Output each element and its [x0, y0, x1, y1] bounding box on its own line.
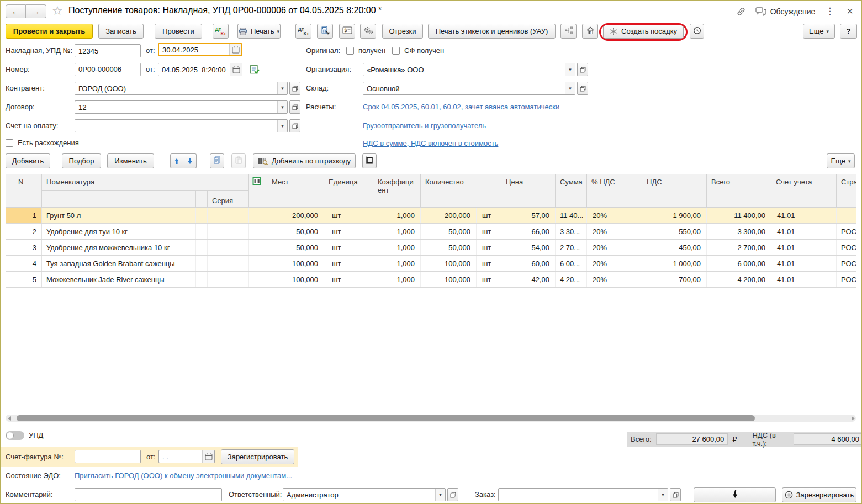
cell-country[interactable]: РОС	[837, 240, 856, 256]
cell-sum[interactable]: 11 40...	[556, 208, 587, 224]
table-row[interactable]: 3 Удобрение для можжевельника 10 кг 50,0…	[6, 240, 856, 256]
move-down-button[interactable]	[183, 153, 197, 168]
invoice-no-input[interactable]	[75, 44, 141, 57]
cell-unit[interactable]: шт	[324, 224, 373, 240]
contract-open-button[interactable]	[289, 100, 300, 114]
cell-nomenclature[interactable]: Можжевельник Jade River саженцы	[42, 272, 196, 288]
history-button[interactable]	[690, 24, 704, 39]
cell-barcode[interactable]	[249, 272, 267, 288]
cell-unit[interactable]: шт	[324, 272, 373, 288]
cell-country[interactable]: РОС	[837, 224, 856, 240]
cell-nomenclature[interactable]: Туя западная Golden Brabant саженцы	[42, 256, 196, 272]
cell-nomenclature[interactable]: Удобрение для туи 10 кг	[42, 224, 196, 240]
cell-qty-unit[interactable]: шт	[477, 256, 501, 272]
cell-vat[interactable]: 700,00	[642, 272, 707, 288]
cell-country[interactable]: РОС	[837, 256, 856, 272]
cell-price[interactable]: 66,00	[501, 224, 556, 240]
cell-coeff[interactable]: 1,000	[373, 208, 421, 224]
cell-n[interactable]: 1	[6, 208, 42, 224]
cell-unit[interactable]: шт	[324, 240, 373, 256]
dt-kt-report-button[interactable]: ДтКт	[295, 24, 311, 39]
cell-total[interactable]: 4 200,00	[707, 272, 771, 288]
settlements-link[interactable]: Срок 04.05.2025, 60.01, 60.02, зачет ава…	[363, 100, 559, 114]
cell-barcode[interactable]	[249, 208, 267, 224]
organization-combo[interactable]: «Ромашка» ООО ▾	[363, 63, 575, 76]
cell-vat-pct[interactable]: 20%	[587, 208, 642, 224]
fill-down-button[interactable]	[694, 487, 776, 502]
cell-total[interactable]: 3 300,00	[707, 224, 771, 240]
cell-n[interactable]: 4	[6, 256, 42, 272]
upd-toggle[interactable]	[6, 431, 24, 440]
edo-invite-link[interactable]: Пригласить ГОРОД (ООО) к обмену электрон…	[75, 469, 292, 482]
vat-mode-link[interactable]: НДС в сумме, НДС включен в стоимость	[363, 137, 498, 150]
cell-seria[interactable]	[208, 256, 249, 272]
chevron-down-icon[interactable]: ▾	[435, 489, 445, 501]
table-row[interactable]: 2 Удобрение для туи 10 кг 50,000 шт 1,00…	[6, 224, 856, 240]
has-discrepancies-checkbox[interactable]	[6, 139, 13, 147]
calendar-icon[interactable]	[202, 450, 214, 463]
chevron-down-icon[interactable]: ▾	[565, 82, 575, 94]
cell-sum[interactable]: 3 30...	[556, 224, 587, 240]
order-combo[interactable]: ▾	[498, 488, 668, 501]
cell-total[interactable]: 2 700,00	[707, 240, 771, 256]
structure-button[interactable]	[560, 24, 577, 39]
cell-qty[interactable]: 100,000	[421, 256, 477, 272]
cell-sum[interactable]: 6 00...	[556, 256, 587, 272]
print-labels-button[interactable]: Печать этикеток и ценников (УАУ)	[428, 24, 556, 39]
cell-barcode[interactable]	[249, 224, 267, 240]
segments-button[interactable]: Отрезки	[382, 24, 423, 39]
cell-account[interactable]: 41.01	[771, 240, 837, 256]
cell-vat[interactable]: 450,00	[642, 240, 707, 256]
sf-received-checkbox[interactable]	[392, 47, 400, 55]
responsible-open-button[interactable]	[447, 488, 458, 501]
counterparty-combo[interactable]: ГОРОД (ООО) ▾	[75, 82, 288, 95]
cell-price[interactable]: 57,00	[501, 208, 556, 224]
chevron-down-icon[interactable]: ▾	[277, 120, 287, 132]
order-open-button[interactable]	[670, 488, 681, 501]
cell-vat-pct[interactable]: 20%	[587, 256, 642, 272]
paste-rows-button[interactable]	[231, 153, 246, 168]
chevron-down-icon[interactable]: ▾	[277, 101, 287, 113]
cell-total[interactable]: 11 400,00	[707, 208, 771, 224]
cell-blank[interactable]	[196, 256, 208, 272]
number-field[interactable]: 0Р00-000006	[75, 63, 141, 76]
chevron-down-icon[interactable]: ▾	[277, 82, 287, 94]
cell-n[interactable]: 5	[6, 272, 42, 288]
chevron-down-icon[interactable]: ▾	[565, 63, 575, 76]
cell-blank[interactable]	[196, 208, 208, 224]
table-row[interactable]: 1 Грунт 50 л 200,000 шт 1,000 200,000 шт…	[6, 208, 856, 224]
cell-barcode[interactable]	[249, 240, 267, 256]
cell-country[interactable]	[837, 208, 856, 224]
grid-more-button[interactable]: Еще ▾	[827, 153, 855, 168]
discussion-button[interactable]: Обсуждение	[755, 6, 816, 17]
create-planting-button[interactable]: Создать посадку	[603, 24, 684, 39]
cell-mest[interactable]: 50,000	[267, 240, 324, 256]
cell-vat[interactable]: 1 000,00	[642, 256, 707, 272]
cell-mest[interactable]: 100,000	[267, 256, 324, 272]
more-button[interactable]: Еще ▾	[803, 24, 835, 39]
sf-date-field[interactable]: . .	[158, 450, 215, 463]
settings-gears-button[interactable]	[360, 24, 376, 39]
cell-coeff[interactable]: 1,000	[373, 272, 421, 288]
cell-qty-unit[interactable]: шт	[477, 240, 501, 256]
reserve-button[interactable]: Зарезервировать	[782, 487, 856, 502]
cell-qty[interactable]: 200,000	[421, 208, 477, 224]
cell-sum[interactable]: 4 20...	[556, 272, 587, 288]
table-row[interactable]: 4 Туя западная Golden Brabant саженцы 10…	[6, 256, 856, 272]
sf-number-input[interactable]	[75, 450, 141, 463]
payment-invoice-open-button[interactable]	[289, 119, 300, 132]
calendar-icon[interactable]	[229, 44, 241, 55]
invoice-date-field[interactable]: 30.04.2025	[158, 43, 242, 56]
comment-input[interactable]	[75, 488, 222, 501]
link-icon[interactable]	[735, 6, 747, 17]
warehouse-combo[interactable]: Основной ▾	[363, 82, 575, 95]
contract-combo[interactable]: 12 ▾	[75, 100, 288, 114]
cell-coeff[interactable]: 1,000	[373, 224, 421, 240]
horizontal-scrollbar[interactable]	[6, 415, 856, 422]
window-mode-button[interactable]	[362, 153, 377, 168]
add-by-barcode-button[interactable]: Добавить по штрихкоду	[253, 153, 356, 168]
calendar-icon[interactable]	[230, 63, 242, 76]
cell-qty[interactable]: 50,000	[421, 224, 477, 240]
cell-price[interactable]: 60,00	[501, 256, 556, 272]
cell-qty[interactable]: 100,000	[421, 272, 477, 288]
